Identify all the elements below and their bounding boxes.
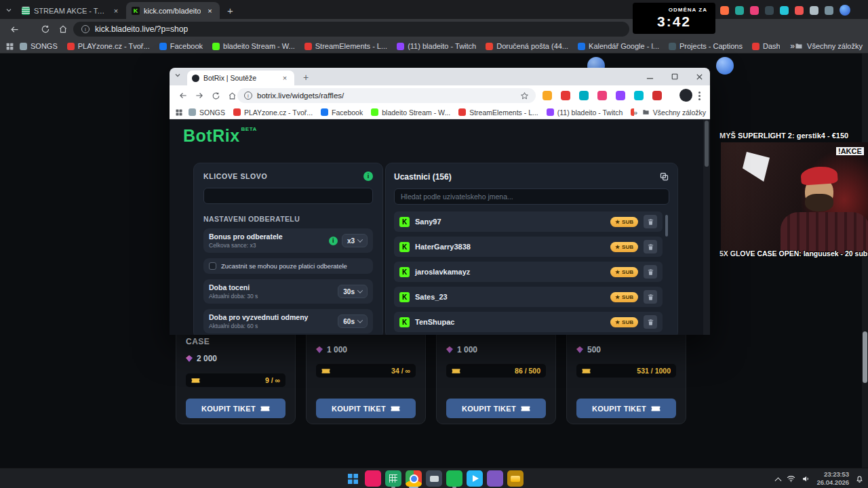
all-bookmarks-button[interactable]: Všechny záložky: [795, 42, 863, 50]
start-button[interactable]: [344, 470, 361, 487]
address-bar[interactable]: botrix.live/widgets/raffles/: [237, 88, 536, 103]
participants-panel: Ucastnici (156) Sany97 SUB: [385, 163, 678, 335]
extension-icon[interactable]: [634, 91, 644, 100]
volume-icon[interactable]: [802, 474, 810, 483]
scrollbar-thumb[interactable]: [705, 121, 709, 167]
bookmark-item[interactable]: StreamElements - L...: [458, 108, 538, 117]
reload-icon[interactable]: [209, 89, 222, 102]
tab-close-icon[interactable]: [205, 6, 214, 16]
bookmark-item[interactable]: PLAYzone.cz - Tvoř...: [233, 108, 313, 117]
profile-avatar[interactable]: [679, 89, 692, 102]
list-scrollbar-thumb[interactable]: [665, 215, 668, 237]
bookmark-item[interactable]: PLAYzone.cz - Tvoř...: [67, 42, 150, 50]
spin-time-select[interactable]: 30s: [338, 285, 368, 298]
browser-tab-sheets[interactable]: STREAM AKCE - Tabulky Googl: [16, 2, 126, 19]
bookmark-item[interactable]: SONGS: [189, 108, 225, 117]
taskbar-photos-icon[interactable]: [365, 470, 381, 487]
buy-ticket-button[interactable]: KOUPIT TIKET: [186, 399, 285, 418]
bookmark-favicon: [578, 43, 585, 50]
tab-search-icon[interactable]: [174, 71, 182, 79]
delete-participant-button[interactable]: [644, 240, 657, 253]
extension-icon[interactable]: [561, 91, 570, 100]
back-icon[interactable]: [7, 22, 22, 37]
back-icon[interactable]: [176, 89, 190, 102]
page-scrollbar[interactable]: [862, 54, 868, 468]
bookmarks-overflow-icon[interactable]: »: [633, 108, 637, 117]
screen: STREAM AKCE - Tabulky Googl kick.com/bla…: [0, 0, 868, 488]
extension-icon[interactable]: [652, 91, 662, 100]
extension-icon[interactable]: [597, 91, 607, 100]
delete-participant-button[interactable]: [644, 290, 657, 304]
taskbar-spotify-icon[interactable]: [446, 470, 462, 487]
wifi-icon[interactable]: [787, 474, 795, 483]
bookmark-star-icon[interactable]: [520, 92, 529, 100]
taskbar-folder-icon[interactable]: [507, 470, 524, 487]
taskbar-files-icon[interactable]: [426, 470, 442, 487]
apps-grid-icon[interactable]: [5, 42, 14, 51]
popup-scrollbar[interactable]: [703, 119, 710, 335]
reload-icon[interactable]: [38, 22, 53, 37]
taskbar-chrome-icon[interactable]: [406, 470, 422, 487]
home-icon[interactable]: [56, 22, 71, 37]
browser-tab-kick[interactable]: kick.com/bladeito: [126, 2, 220, 19]
forward-icon[interactable]: [193, 89, 206, 102]
copy-icon[interactable]: [659, 171, 669, 182]
bookmark-item[interactable]: bladeito Stream - W...: [212, 42, 295, 50]
new-tab-button[interactable]: [224, 4, 236, 16]
participant-search-input[interactable]: [394, 188, 669, 205]
extension-icon[interactable]: [542, 91, 552, 100]
browser-toolbar: kick.bladeito.live/?p=shop: [0, 19, 868, 39]
bookmark-item[interactable]: SONGS: [20, 42, 58, 50]
bookmark-favicon: [547, 108, 554, 116]
claim-time-select[interactable]: 60s: [338, 314, 368, 328]
site-info-icon[interactable]: [81, 25, 90, 33]
popup-tab[interactable]: BotRix | Soutěže: [187, 70, 294, 85]
delete-participant-button[interactable]: [644, 265, 657, 279]
extension-icon[interactable]: [579, 91, 589, 100]
buy-ticket-button[interactable]: KOUPIT TIKET: [576, 399, 676, 418]
popup-titlebar[interactable]: BotRix | Soutěže: [170, 68, 710, 85]
all-bookmarks-button[interactable]: Všechny záložky: [642, 108, 706, 117]
bonus-select[interactable]: x3: [342, 234, 368, 247]
taskbar-excel-icon[interactable]: [385, 470, 401, 487]
tab-close-icon[interactable]: [280, 73, 290, 83]
maximize-icon[interactable]: [671, 73, 678, 80]
site-info-icon[interactable]: [244, 92, 252, 100]
bookmark-item[interactable]: (11) bladeito - Twitch: [547, 108, 623, 117]
bookmark-item[interactable]: StreamElements - L...: [304, 42, 387, 50]
close-icon[interactable]: [696, 73, 703, 81]
delete-participant-button[interactable]: [644, 315, 657, 329]
bookmark-item[interactable]: Facebook: [159, 42, 203, 50]
address-bar[interactable]: kick.bladeito.live/?p=shop: [73, 22, 629, 37]
home-icon[interactable]: [225, 89, 239, 102]
bookmark-item[interactable]: Facebook: [321, 108, 363, 117]
taskbar-paint-icon[interactable]: [487, 470, 503, 487]
bookmark-item[interactable]: Kalendář Google - l...: [578, 42, 659, 50]
menu-kebab-icon[interactable]: [698, 92, 701, 94]
bookmark-item[interactable]: (11) bladeito - Twitch: [397, 42, 476, 50]
apps-grid-icon[interactable]: [175, 108, 183, 117]
new-tab-button[interactable]: [300, 71, 312, 83]
keyword-input[interactable]: [203, 188, 373, 204]
bookmark-favicon: [233, 108, 241, 116]
buy-ticket-button[interactable]: KOUPIT TIKET: [316, 399, 416, 418]
taskbar-clock[interactable]: 23:23:53 26.04.2026: [816, 470, 849, 487]
subscribers-only-checkbox[interactable]: [209, 262, 216, 270]
profile-avatar[interactable]: [840, 5, 850, 16]
tab-search-icon[interactable]: [3, 4, 15, 16]
bookmark-item[interactable]: Doručená pošta (44...: [486, 42, 568, 50]
tab-close-icon[interactable]: [111, 6, 121, 16]
bookmark-item[interactable]: Projects - Captions: [669, 42, 743, 50]
bookmarks-overflow-icon[interactable]: »: [790, 41, 795, 51]
buy-ticket-button[interactable]: KOUPIT TIKET: [446, 399, 546, 418]
delete-participant-button[interactable]: [644, 215, 657, 228]
bookmark-item[interactable]: bladeito Stream - W...: [371, 108, 450, 117]
taskbar-telegram-icon[interactable]: [467, 470, 483, 487]
extension-icon[interactable]: [616, 91, 625, 100]
notifications-bell-icon[interactable]: [855, 474, 864, 483]
bookmark-favicon: [20, 43, 27, 50]
minimize-icon[interactable]: [646, 73, 654, 81]
bookmark-item[interactable]: Dashboard | Stream...: [752, 42, 780, 50]
tray-expand-icon[interactable]: [775, 477, 782, 484]
scrollbar-thumb[interactable]: [863, 331, 867, 383]
